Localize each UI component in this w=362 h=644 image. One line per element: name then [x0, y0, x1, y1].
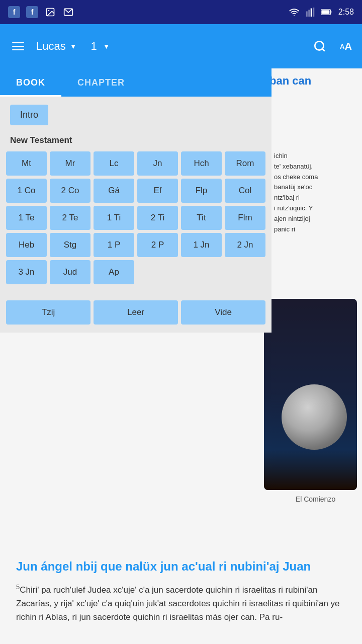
tab-book[interactable]: BOOK — [0, 68, 61, 97]
battery-icon — [320, 6, 332, 18]
chapter-dropdown-icon[interactable]: ▼ — [103, 42, 110, 50]
bible-text: Chiri' pa ruch'ulef Judea xc'uje' c'a ju… — [16, 585, 340, 622]
book-col[interactable]: Col — [225, 179, 265, 203]
book-hch[interactable]: Hch — [181, 151, 222, 176]
tzij-button[interactable]: Tzij — [6, 300, 90, 325]
menu-button[interactable] — [8, 36, 28, 56]
book-stg[interactable]: Stg — [50, 233, 90, 257]
book-1co[interactable]: 1 Co — [6, 179, 47, 203]
leer-button[interactable]: Leer — [94, 300, 178, 325]
intro-section: Intro — [0, 97, 272, 129]
svg-line-11 — [322, 49, 325, 51]
mail-icon — [62, 6, 74, 18]
book-tit[interactable]: Tit — [181, 206, 222, 230]
chapter-number[interactable]: 1 — [91, 40, 97, 53]
svg-rect-9 — [321, 10, 329, 14]
book-jn[interactable]: Jn — [137, 151, 178, 176]
bible-paragraph: 5Chiri' pa ruch'ulef Judea xc'uje' c'a j… — [16, 582, 346, 624]
book-1jn[interactable]: 1 Jn — [181, 233, 222, 257]
book-dropdown-icon[interactable]: ▼ — [70, 42, 77, 50]
spacer — [0, 288, 272, 296]
svg-point-10 — [315, 41, 323, 50]
book-chapter-panel: BOOK CHAPTER Intro New Testament Mt Mr L… — [0, 68, 272, 333]
status-bar-left: f f — [8, 6, 74, 18]
background-heading: iban can — [261, 68, 362, 94]
hamburger-line-3 — [12, 49, 24, 50]
wifi-icon — [288, 6, 300, 18]
hamburger-line-1 — [12, 42, 24, 43]
horizon — [264, 450, 357, 490]
search-button[interactable] — [312, 38, 328, 54]
image-icon — [44, 6, 56, 18]
svg-rect-4 — [308, 10, 310, 17]
book-2jn[interactable]: 2 Jn — [225, 233, 265, 257]
status-bar: f f — [0, 0, 362, 24]
app-bar-actions: A A — [312, 38, 354, 54]
footer-buttons: Tzij Leer Vide — [0, 296, 272, 333]
book-2p[interactable]: 2 P — [137, 233, 178, 257]
new-testament-header: New Testament — [0, 129, 272, 149]
book-3jn[interactable]: 3 Jn — [6, 260, 47, 284]
book-grid: Mt Mr Lc Jn Hch Rom 1 Co 2 Co Gá Ef Flp … — [0, 149, 272, 288]
book-jud[interactable]: Jud — [50, 260, 90, 284]
signal-icon — [304, 6, 316, 18]
book-ga[interactable]: Gá — [94, 179, 134, 203]
image-caption: El Comienzo — [269, 491, 362, 507]
tab-chapter[interactable]: CHAPTER — [61, 68, 141, 97]
bible-chapter-heading: Jun ángel nbij que nalüx jun ac'ual ri n… — [16, 558, 346, 574]
intro-button[interactable]: Intro — [10, 105, 48, 125]
book-flp[interactable]: Flp — [181, 179, 222, 203]
moon-circle — [282, 384, 347, 450]
app-bar-title: Lucas ▼ 1 ▼ — [36, 40, 312, 53]
book-1te[interactable]: 1 Te — [6, 206, 47, 230]
time: 2:58 — [338, 8, 354, 17]
book-2co[interactable]: 2 Co — [50, 179, 90, 203]
facebook-icon-2: f — [26, 6, 38, 18]
book-2ti[interactable]: 2 Ti — [137, 206, 178, 230]
font-size-button[interactable]: A A — [338, 38, 354, 54]
svg-rect-3 — [306, 12, 308, 17]
bible-text-section: Jun ángel nbij que nalüx jun ac'ual ri n… — [0, 548, 362, 634]
facebook-icon-1: f — [8, 6, 20, 18]
book-mr[interactable]: Mr — [50, 151, 90, 176]
app-bar: Lucas ▼ 1 ▼ A A — [0, 24, 362, 68]
book-lc[interactable]: Lc — [94, 151, 134, 176]
panel: BOOK CHAPTER Intro New Testament Mt Mr L… — [0, 68, 272, 333]
status-bar-right: 2:58 — [288, 6, 354, 18]
book-name[interactable]: Lucas — [36, 40, 66, 53]
tab-bar: BOOK CHAPTER — [0, 68, 272, 97]
vide-button[interactable]: Vide — [181, 300, 265, 325]
moon-image — [264, 299, 357, 490]
background-bible-text: ichin te' xebanatüj. os cheke coma banat… — [269, 146, 362, 239]
svg-rect-8 — [330, 11, 331, 13]
book-flm[interactable]: Flm — [225, 206, 265, 230]
book-1ti[interactable]: 1 Ti — [94, 206, 134, 230]
book-ef[interactable]: Ef — [137, 179, 178, 203]
hamburger-line-2 — [12, 46, 24, 47]
page: f f — [0, 0, 362, 644]
book-rom[interactable]: Rom — [225, 151, 265, 176]
book-heb[interactable]: Heb — [6, 233, 47, 257]
book-1p[interactable]: 1 P — [94, 233, 134, 257]
book-2te[interactable]: 2 Te — [50, 206, 90, 230]
book-ap[interactable]: Ap — [94, 260, 134, 284]
book-mt[interactable]: Mt — [6, 151, 47, 176]
svg-point-1 — [48, 10, 50, 11]
svg-rect-6 — [313, 8, 314, 17]
svg-rect-5 — [311, 9, 312, 17]
